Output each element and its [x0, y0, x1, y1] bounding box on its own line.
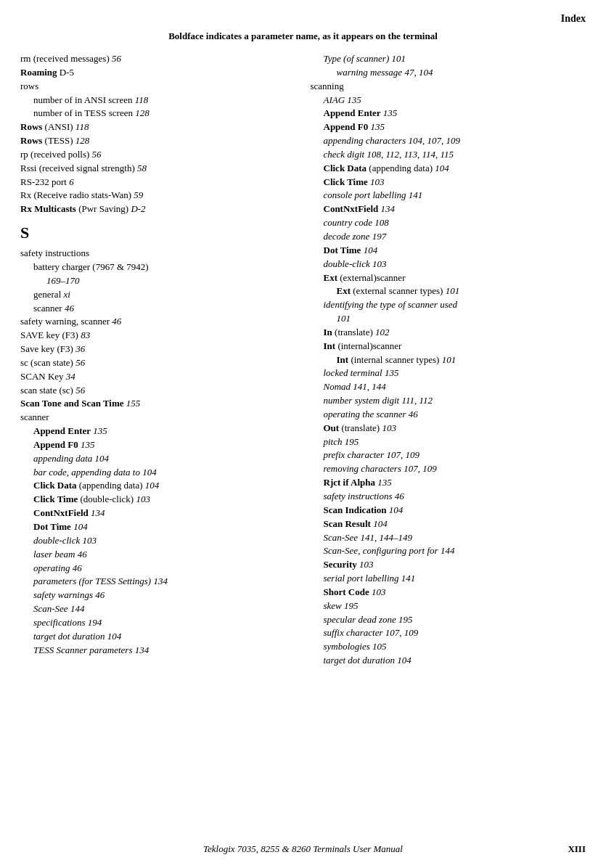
page-subheader: Boldface indicates a parameter name, as … [20, 30, 586, 42]
entry-serial-port: serial port labelling 141 [311, 572, 586, 586]
entry-r-append-enter: Append Enter 135 [311, 107, 586, 120]
entry-r-double-click: double-click 103 [311, 258, 586, 271]
entry-scan-see-config: Scan-See, configuring port for 144 [311, 544, 586, 558]
entry-safety-warnings: safety warnings 46 [20, 589, 292, 602]
entry-operating: operating 46 [20, 562, 292, 576]
entry-scan-tone: Scan Tone and Scan Time 155 [20, 397, 292, 411]
entry-rssi: Rssi (received signal strength) 58 [20, 162, 292, 176]
entry-short-code: Short Code 103 [311, 586, 586, 599]
section-s: S [20, 224, 292, 242]
entry-rs232: RS-232 port 6 [20, 176, 292, 189]
entry-parameters: parameters (for TESS Settings) 134 [20, 575, 292, 589]
entry-scan-see: Scan-See 144 [20, 602, 292, 616]
entry-append-enter: Append Enter 135 [20, 425, 292, 438]
entry-r-click-data: Click Data (appending data) 104 [311, 162, 586, 176]
entry-rx-multicasts: Rx Multicasts (Pwr Saving) D-2 [20, 202, 292, 216]
header-title: Index [561, 13, 586, 24]
footer-right: XIII [568, 843, 586, 855]
entry-r-contnxtfield: ContNxtField 134 [311, 202, 586, 216]
entry-warning-message: warning message 47, 104 [311, 66, 586, 80]
entry-rjct-if-alpha: Rjct if Alpha 135 [311, 476, 586, 490]
entry-scan-indication: Scan Indication 104 [311, 504, 586, 517]
entry-battery-pages: 169–170 [20, 274, 292, 288]
entry-sc: sc (scan state) 56 [20, 356, 292, 370]
entry-appending-data: appending data 104 [20, 452, 292, 466]
page: Index Boldface indicates a parameter nam… [0, 0, 606, 697]
footer-center: Teklogix 7035, 8255 & 8260 Terminals Use… [203, 843, 403, 855]
entry-dot-time: Dot Time 104 [20, 520, 292, 534]
entry-rows-ansi: number of in ANSI screen 118 [20, 94, 292, 107]
entry-r-click-time: Click Time 103 [311, 176, 586, 189]
entry-aiag: AIAG 135 [311, 94, 586, 107]
entry-rm: rm (received messages) 56 [20, 52, 292, 66]
entry-tess-scanner: TESS Scanner parameters 134 [20, 644, 292, 658]
entry-battery-charger: battery charger (7967 & 7942) [20, 261, 292, 274]
entry-ext-types: Ext (external scanner types) 101 [311, 284, 586, 298]
entry-safety-instructions: safety instructions [20, 247, 292, 261]
subheader-rest: indicates a parameter name, as it appear… [204, 30, 438, 41]
entry-text: rm (received messages) 56 [20, 53, 121, 64]
entry-identifying-page: 101 [311, 312, 586, 326]
entry-scan-see: Scan-See 141, 144–149 [311, 531, 586, 545]
entry-removing-chars: removing characters 107, 109 [311, 462, 586, 476]
entry-operating-scanner: operating the scanner 46 [311, 408, 586, 422]
entry-out-translate: Out (translate) 103 [311, 422, 586, 435]
entry-appending-chars: appending characters 104, 107, 109 [311, 134, 586, 148]
entry-target-dot: target dot duration 104 [20, 630, 292, 644]
entry-rx: Rx (Receive radio stats-Wan) 59 [20, 189, 292, 202]
entry-in-translate: In (translate) 102 [311, 326, 586, 340]
entry-symbologies: symbologies 105 [311, 640, 586, 654]
entry-number-system: number system digit 111, 112 [311, 394, 586, 408]
entry-append-f0: Append F0 135 [20, 438, 292, 452]
entry-security: Security 103 [311, 558, 586, 572]
entry-check-digit: check digit 108, 112, 113, 114, 115 [311, 148, 586, 162]
entry-laser-beam: laser beam 46 [20, 548, 292, 562]
entry-save-key-f3: SAVE key (F3) 83 [20, 329, 292, 343]
entry-type-scanner: Type (of scanner) 101 [311, 52, 586, 66]
content-columns: rm (received messages) 56 Roaming D-5 ro… [20, 52, 586, 668]
entry-rp: rp (received polls) 56 [20, 148, 292, 162]
entry-country-code: country code 108 [311, 216, 586, 230]
entry-target-dot-r: target dot duration 104 [311, 654, 586, 668]
entry-general: general xi [20, 288, 292, 302]
entry-console-port: console port labelling 141 [311, 189, 586, 202]
entry-scanning: scanning [311, 80, 586, 94]
subheader-bold: Boldface [168, 30, 203, 41]
entry-safety-warning: safety warning, scanner 46 [20, 315, 292, 329]
entry-skew: skew 195 [311, 599, 586, 613]
entry-nomad: Nomad 141, 144 [311, 380, 586, 394]
entry-rows-tess2: Rows (TESS) 128 [20, 134, 292, 148]
entry-rows-ansi2: Rows (ANSI) 118 [20, 120, 292, 134]
entry-rows-tess: number of in TESS screen 128 [20, 107, 292, 120]
entry-scanner: scanner [20, 411, 292, 425]
entry-click-data: Click Data (appending data) 104 [20, 479, 292, 493]
entry-specular: specular dead zone 195 [311, 613, 586, 627]
entry-decode-zone: decode zone 197 [311, 230, 586, 244]
entry-bar-code: bar code, appending data to 104 [20, 466, 292, 480]
entry-ext-scanner: Ext (external)scanner [311, 271, 586, 285]
entry-r-append-f0: Append F0 135 [311, 120, 586, 134]
entry-r-safety: safety instructions 46 [311, 490, 586, 504]
entry-double-click: double-click 103 [20, 534, 292, 548]
entry-prefix-char: prefix character 107, 109 [311, 449, 586, 462]
page-header: Index [20, 13, 586, 25]
entry-scanner-safety: scanner 46 [20, 302, 292, 316]
entry-scan-result: Scan Result 104 [311, 517, 586, 531]
entry-identifying: identifying the type of scanner used [311, 298, 586, 312]
entry-int-scanner: Int (internal)scanner [311, 340, 586, 353]
entry-pitch: pitch 195 [311, 435, 586, 449]
page-footer: Teklogix 7035, 8255 & 8260 Terminals Use… [0, 843, 606, 855]
entry-suffix-char: suffix character 107, 109 [311, 626, 586, 640]
entry-locked-terminal: locked terminal 135 [311, 367, 586, 380]
entry-int-types: Int (internal scanner types) 101 [311, 353, 586, 367]
entry-contnxtfield: ContNxtField 134 [20, 507, 292, 520]
entry-scan-key: SCAN Key 34 [20, 370, 292, 384]
right-column: Type (of scanner) 101 warning message 47… [303, 52, 586, 668]
entry-save-key-f3b: Save key (F3) 36 [20, 343, 292, 356]
entry-click-time: Click Time (double-click) 103 [20, 493, 292, 507]
entry-r-dot-time: Dot Time 104 [311, 244, 586, 258]
entry-specifications: specifications 194 [20, 616, 292, 630]
left-column: rm (received messages) 56 Roaming D-5 ro… [20, 52, 303, 668]
entry-roaming: Roaming D-5 [20, 66, 292, 80]
entry-rows: rows [20, 80, 292, 94]
